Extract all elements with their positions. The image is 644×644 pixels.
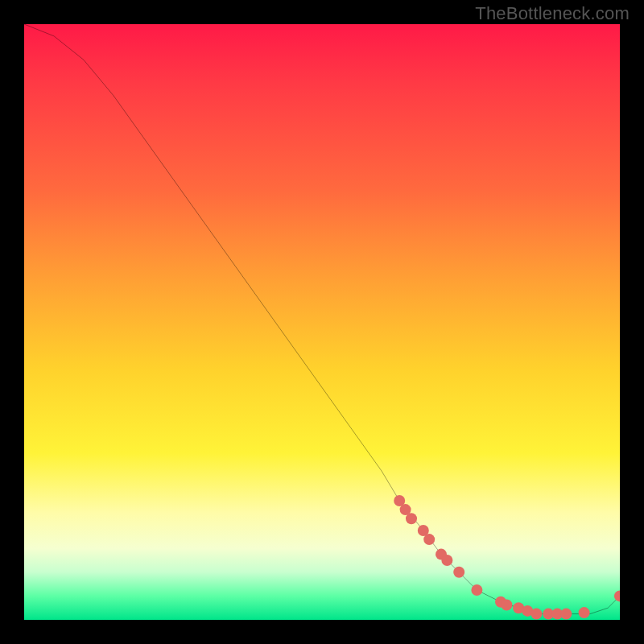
data-point bbox=[579, 607, 590, 618]
curve-layer bbox=[24, 24, 620, 620]
plot-area bbox=[24, 24, 620, 620]
data-point bbox=[501, 600, 512, 611]
curve-markers bbox=[394, 495, 620, 620]
chart-frame: TheBottleneck.com bbox=[0, 0, 644, 644]
data-point bbox=[471, 584, 482, 596]
data-point bbox=[530, 609, 542, 620]
data-point bbox=[453, 567, 464, 578]
data-point bbox=[441, 555, 452, 566]
data-point bbox=[614, 590, 620, 601]
data-point bbox=[423, 534, 435, 545]
data-point bbox=[406, 513, 417, 524]
bottleneck-curve bbox=[24, 24, 620, 614]
data-point bbox=[560, 609, 572, 620]
attribution-text: TheBottleneck.com bbox=[475, 3, 630, 24]
